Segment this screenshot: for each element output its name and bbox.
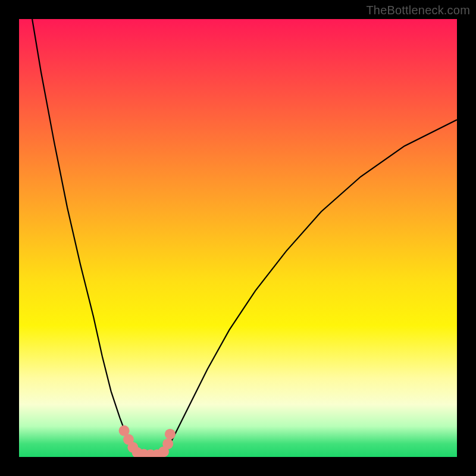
markers-group <box>119 425 176 457</box>
plot-area <box>19 19 457 457</box>
watermark-text: TheBottleneck.com <box>366 4 470 17</box>
curve-svg <box>19 19 457 457</box>
marker-point <box>162 439 173 449</box>
right-curve <box>164 120 457 455</box>
chart-frame: TheBottleneck.com <box>0 0 476 476</box>
marker-point <box>165 429 176 440</box>
left-curve <box>32 19 142 455</box>
